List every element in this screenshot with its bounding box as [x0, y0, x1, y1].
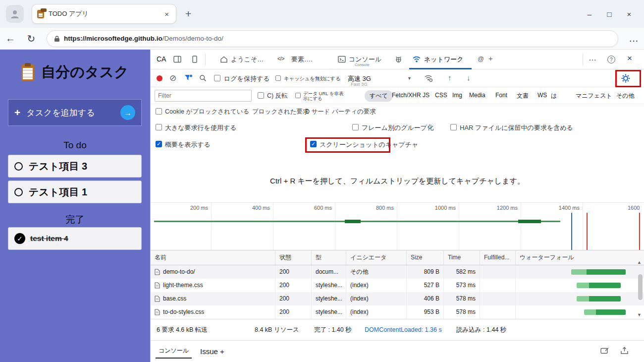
hide-data-urls-checkbox[interactable] — [295, 93, 301, 98]
column-header-status[interactable]: 状態 — [275, 250, 312, 265]
devtools-close-icon[interactable]: × — [627, 54, 632, 63]
blocked-cookies-checkbox[interactable] — [156, 108, 162, 115]
blocked-requests-label[interactable]: ブロックされた要求 — [252, 108, 309, 116]
group-by-frame-checkbox[interactable] — [352, 124, 359, 130]
invert-checkbox[interactable] — [258, 92, 264, 99]
disable-cache-checkbox[interactable] — [275, 75, 281, 81]
profile-avatar[interactable] — [6, 5, 24, 23]
device-emulation-icon[interactable] — [191, 56, 198, 63]
third-party-label[interactable]: D サード パーティの要求 — [305, 108, 376, 116]
network-summary-bar: 6 要求 4.6 kB 転送 8.4 kB リソース 完了 : 1.40 秒 D… — [151, 319, 644, 340]
filter-pill-font[interactable]: Font — [495, 92, 507, 99]
column-header-time[interactable]: Time — [444, 250, 480, 265]
browser-tab[interactable]: TODO アプリ × — [32, 4, 176, 24]
settings-gear-icon[interactable] — [621, 74, 630, 83]
tab-console-subtitle: Console — [355, 62, 369, 67]
waterfall-scrollbar[interactable] — [638, 274, 643, 300]
person-icon — [10, 9, 20, 19]
capture-screenshots-checkbox[interactable] — [310, 141, 317, 147]
refresh-button[interactable]: ↻ — [21, 33, 42, 45]
network-conditions-icon[interactable] — [424, 74, 433, 82]
todo-item[interactable]: テスト項目 3 — [8, 155, 142, 178]
har-pending-checkbox[interactable] — [450, 124, 457, 130]
clear-icon[interactable]: ⊘ — [169, 73, 176, 83]
filter-pill-fetch[interactable]: Fetch/XHR — [392, 92, 421, 99]
filter-pill-media[interactable]: Media — [469, 92, 485, 99]
big-request-rows-checkbox[interactable] — [156, 124, 162, 130]
done-item[interactable]: test item 4 — [8, 227, 142, 250]
filter-pill-all[interactable]: すべて — [365, 90, 393, 102]
filter-pill-other[interactable]: その他 — [616, 92, 635, 100]
request-row[interactable]: demo-to-do/ 200 docum... その他 809 B 582 m… — [151, 265, 644, 279]
import-har-icon[interactable]: ↑ — [448, 73, 452, 82]
devtools-menu-icon[interactable]: … — [589, 54, 596, 62]
filter-pill-ws[interactable]: WS — [537, 92, 547, 99]
load-summary: 読み込み : 1.44 秒 — [456, 319, 506, 341]
dock-side-icon[interactable] — [173, 56, 181, 63]
tab-welcome[interactable]: ようこそ… — [231, 55, 264, 64]
network-filter-input[interactable] — [155, 90, 252, 102]
scroll-down-icon[interactable]: ▼ — [637, 312, 642, 317]
network-overview[interactable]: 200 ms 400 ms 600 ms 800 ms 1000 ms 1200… — [151, 202, 644, 250]
record-button[interactable] — [157, 75, 162, 81]
filter-pill-img[interactable]: Img — [452, 92, 462, 99]
code-icon: </> — [277, 56, 284, 61]
column-header-type[interactable]: 型 — [312, 250, 346, 265]
browser-menu-icon[interactable]: … — [623, 33, 644, 44]
overview-activity-bar — [541, 221, 560, 222]
back-button[interactable]: ← — [0, 33, 21, 44]
request-row[interactable]: base.css 200 styleshe... (index) 406 B 5… — [151, 292, 644, 305]
column-header-name[interactable]: 名前 — [151, 250, 275, 265]
filter-pill-doc[interactable]: 文書 — [517, 92, 529, 100]
filter-pill-css[interactable]: CSS — [435, 92, 447, 99]
tab-network[interactable]: ネットワーク — [424, 55, 464, 64]
column-header-initiator[interactable]: イニシエータ — [346, 250, 407, 265]
todo-app: 自分のタスク + タスクを追加する → To do テスト項目 3 テスト項目 … — [0, 50, 150, 362]
todo-item[interactable]: テスト項目 1 — [8, 181, 142, 203]
window-controls: – □ × — [580, 0, 639, 28]
column-header-fulfilled[interactable]: Fulfilled... — [480, 250, 516, 265]
filter-pill-wasm[interactable]: は — [551, 92, 557, 100]
column-header-size[interactable]: Size — [407, 250, 444, 265]
feedback-icon[interactable] — [600, 347, 609, 355]
resources-summary: 8.4 kB リソース — [255, 319, 299, 341]
clipboard-icon — [21, 64, 34, 81]
add-task-button[interactable]: + タスクを追加する → — [8, 99, 142, 126]
drawer-tab-console[interactable]: コンソール — [156, 344, 192, 359]
request-row[interactable]: light-theme.css 200 styleshe... (index) … — [151, 279, 644, 292]
help-icon[interactable]: ? — [607, 56, 615, 63]
tab-at[interactable]: @ — [478, 55, 484, 62]
preserve-log-checkbox[interactable] — [214, 75, 220, 81]
new-tab-button[interactable]: + — [185, 8, 191, 20]
tab-close-icon[interactable]: × — [162, 10, 171, 18]
show-overview-checkbox[interactable] — [156, 141, 162, 147]
finish-summary: 完了 : 1.40 秒 — [314, 319, 352, 341]
filter-bar-secondary: Cookie がブロックされている ブロックされた要求 D サード パーティの要… — [151, 104, 644, 119]
open-panel-icon[interactable] — [620, 347, 629, 355]
url-bar[interactable]: https://microsoftedge.github.io/Demos/de… — [47, 30, 618, 47]
column-header-waterfall[interactable]: ウォーターフォール ▲ — [516, 250, 644, 265]
minimize-button[interactable]: – — [580, 10, 599, 18]
overview-options-row: 概要を表示する スクリーンショットのキャプチャ — [151, 136, 644, 153]
unchecked-circle-icon[interactable] — [14, 162, 23, 171]
network-toolbar: ⊘ ログを保持する キャッシュを無効にする 高速 3G ▼ Fast 3G ↑ — [151, 69, 644, 87]
issues-icon[interactable] — [394, 55, 403, 63]
tab-strip: TODO アプリ × + – □ × — [0, 0, 644, 28]
filter-pill-js[interactable]: JS — [423, 92, 429, 99]
tab-elements[interactable]: 要素…. — [291, 55, 313, 64]
document-icon — [155, 269, 160, 275]
close-button[interactable]: × — [619, 10, 639, 18]
scroll-up-icon[interactable]: ▲ — [637, 255, 642, 265]
filter-pill-manifest[interactable]: マニフェスト — [576, 92, 612, 100]
more-tabs-button[interactable]: + — [488, 54, 493, 62]
overview-activity-bar — [154, 221, 345, 222]
unchecked-circle-icon[interactable] — [14, 188, 23, 196]
maximize-button[interactable]: □ — [599, 10, 619, 18]
submit-task-button[interactable]: → — [120, 105, 135, 120]
drawer-tab-issues[interactable]: Issue + — [200, 347, 224, 356]
search-icon[interactable] — [199, 74, 207, 82]
checked-circle-icon[interactable] — [14, 233, 25, 244]
export-har-icon[interactable]: ↓ — [467, 73, 471, 82]
request-row[interactable]: to-do-styles.css 200 styleshe... (index)… — [151, 305, 644, 319]
filter-icon[interactable] — [184, 74, 193, 82]
